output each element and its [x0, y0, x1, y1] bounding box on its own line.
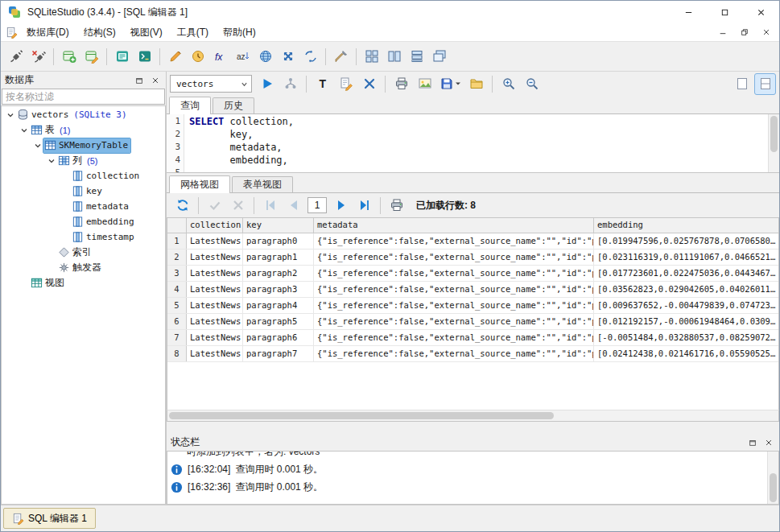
export-button[interactable] — [277, 46, 299, 68]
cell[interactable]: [-0.0051484,0.032880537,0.08259072… — [594, 330, 778, 345]
menu-tools[interactable]: 工具(T) — [170, 23, 216, 41]
cell[interactable]: LatestNews — [187, 233, 243, 249]
cell[interactable]: [0.019947596,0.025767878,0.0706580… — [594, 233, 778, 249]
ddl-history-button[interactable] — [187, 46, 208, 68]
tree-item-views-group[interactable]: 视图 — [2, 275, 165, 291]
cascade-windows-button[interactable] — [428, 46, 450, 68]
tab-history[interactable]: 历史 — [213, 97, 254, 113]
splitter-handle[interactable] — [167, 422, 779, 434]
tree-item-column-collection[interactable]: collection — [2, 168, 165, 184]
tree-item-columns-group[interactable]: 列(5) — [2, 153, 165, 168]
tile-windows-button[interactable] — [361, 46, 382, 68]
configuration-button[interactable] — [330, 46, 352, 68]
add-database-button[interactable] — [58, 46, 80, 68]
cell[interactable]: [0.02412438,0.021461716,0.05590525… — [594, 346, 778, 361]
edit-button[interactable] — [164, 46, 186, 68]
open-cli-button[interactable] — [134, 46, 155, 68]
editor-vertical-scrollbar[interactable] — [768, 114, 779, 172]
cell[interactable]: {"is_reference":false,"external_source_n… — [314, 266, 594, 281]
child-minimize-button[interactable] — [712, 26, 733, 39]
cell[interactable]: paragraph4 — [243, 298, 314, 313]
prev-row-button[interactable] — [283, 195, 304, 217]
cell[interactable]: [0.023116319,0.011191067,0.0466521… — [594, 250, 778, 265]
cell[interactable]: {"is_reference":false,"external_source_n… — [314, 298, 594, 313]
layout-split-button[interactable] — [754, 73, 776, 95]
cell[interactable]: [0.009637652,-0.004479839,0.074723… — [594, 298, 778, 313]
refresh-button[interactable] — [171, 195, 193, 217]
app-logo-icon[interactable] — [8, 6, 21, 19]
cell[interactable]: {"is_reference":false,"external_source_n… — [314, 282, 594, 297]
row-number[interactable]: 6 — [167, 314, 187, 329]
cell[interactable]: paragraph3 — [243, 282, 314, 297]
format-sql-button[interactable]: T — [312, 73, 333, 95]
execute-query-button[interactable] — [256, 73, 278, 95]
cell[interactable]: paragraph5 — [243, 314, 314, 329]
expander-icon[interactable] — [46, 155, 57, 167]
explain-query-plan-button[interactable] — [279, 73, 301, 95]
print-button[interactable] — [386, 195, 407, 217]
row-number[interactable]: 8 — [167, 346, 187, 361]
tree-item-db-vectors[interactable]: vectors(SQLite 3) — [2, 107, 165, 122]
float-panel-button[interactable] — [132, 74, 146, 86]
sql-code[interactable]: SELECT collection, key, metadata, embedd… — [184, 114, 779, 172]
zoom-out-button[interactable] — [521, 73, 543, 95]
cell[interactable]: LatestNews — [187, 330, 243, 345]
sql-editor[interactable]: 12345 SELECT collection, key, metadata, … — [167, 114, 779, 173]
row-number[interactable]: 3 — [167, 266, 187, 281]
row-number[interactable]: 2 — [167, 250, 187, 265]
edit-database-button[interactable] — [80, 46, 102, 68]
cell[interactable]: paragraph0 — [243, 233, 314, 249]
tab-grid-view[interactable]: 网格视图 — [169, 175, 230, 193]
layout-plain-button[interactable] — [731, 73, 753, 95]
cell[interactable]: {"is_reference":false,"external_source_n… — [314, 330, 594, 345]
database-combo[interactable]: vectors — [170, 75, 252, 93]
import-button[interactable] — [254, 46, 276, 68]
row-number[interactable]: 7 — [167, 330, 187, 345]
menu-database[interactable]: 数据库(D) — [19, 23, 76, 41]
column-header-collection[interactable]: collection — [187, 218, 243, 233]
cell[interactable]: paragraph1 — [243, 250, 314, 265]
expander-icon[interactable] — [5, 109, 16, 121]
cell[interactable]: {"is_reference":false,"external_source_n… — [314, 346, 594, 361]
collation-editor-button[interactable]: az — [232, 46, 254, 68]
tab-form-view[interactable]: 表单视图 — [232, 176, 293, 192]
cell[interactable]: LatestNews — [187, 314, 243, 329]
disconnect-database-button[interactable] — [27, 46, 49, 68]
expander-icon[interactable] — [32, 140, 43, 151]
scrollbar-thumb[interactable] — [770, 116, 778, 152]
cell[interactable]: {"is_reference":false,"external_source_n… — [314, 250, 594, 265]
tree-item-indexes-group[interactable]: 索引 — [2, 245, 165, 260]
column-header-metadata[interactable]: metadata — [314, 218, 594, 233]
zoom-in-button[interactable] — [497, 73, 519, 95]
float-panel-button[interactable] — [745, 436, 759, 448]
row-number[interactable]: 1 — [167, 233, 187, 249]
rollback-button[interactable] — [227, 195, 249, 217]
tile-horizontal-button[interactable] — [406, 46, 427, 68]
tree-item-triggers-group[interactable]: 触发器 — [2, 260, 165, 275]
taskbar-tab-sql-editor-1[interactable]: SQL 编辑器 1 — [3, 508, 96, 529]
function-editor-button[interactable]: fx — [209, 46, 231, 68]
cell[interactable]: [0.03562823,0.029042605,0.04026011… — [594, 282, 778, 297]
save-sql-button[interactable] — [437, 73, 464, 95]
tab-query[interactable]: 查询 — [169, 97, 211, 114]
scrollbar-thumb[interactable] — [770, 473, 777, 502]
close-button[interactable] — [743, 1, 779, 23]
status-vertical-scrollbar[interactable] — [767, 452, 778, 504]
child-window-icon[interactable] — [6, 27, 18, 39]
last-row-button[interactable] — [353, 195, 375, 217]
page-number-box[interactable]: 1 — [307, 197, 327, 213]
expander-icon[interactable] — [19, 125, 30, 136]
row-number[interactable]: 5 — [167, 298, 187, 313]
tree-item-table-skmemorytable[interactable]: SKMemoryTable — [2, 138, 165, 153]
cell[interactable]: LatestNews — [187, 266, 243, 281]
export-results-button[interactable] — [414, 73, 435, 95]
tree-item-column-metadata[interactable]: metadata — [2, 199, 165, 214]
cell[interactable]: LatestNews — [187, 282, 243, 297]
database-tree[interactable]: vectors(SQLite 3)表(1)SKMemoryTable列(5)co… — [1, 105, 166, 505]
tree-item-tables-group[interactable]: 表(1) — [2, 122, 165, 138]
tree-item-column-key[interactable]: key — [2, 184, 165, 199]
cell[interactable]: {"is_reference":false,"external_source_n… — [314, 233, 594, 249]
maximize-button[interactable] — [707, 1, 743, 23]
convert-database-button[interactable] — [299, 46, 321, 68]
close-panel-button[interactable] — [148, 74, 162, 86]
